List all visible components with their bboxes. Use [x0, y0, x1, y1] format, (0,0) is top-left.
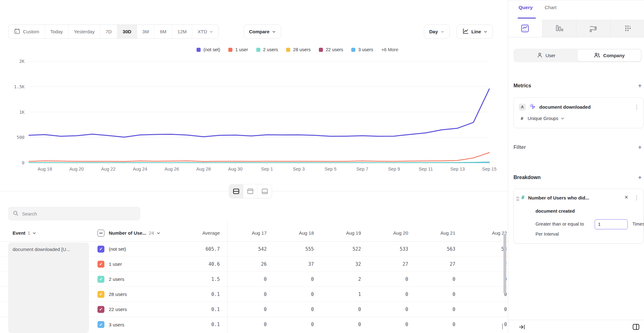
date-range-today[interactable]: Today	[45, 25, 69, 38]
interval-label: Day	[429, 29, 438, 34]
series-checkbox[interactable]: ✓	[97, 291, 104, 298]
condition-suffix: Times	[632, 221, 644, 227]
date-range-6m[interactable]: 6M	[154, 25, 172, 38]
svg-text:Aug 26: Aug 26	[164, 166, 179, 172]
breakdown-menu-icon[interactable]: ⋮	[634, 194, 639, 201]
cell-value: 0	[321, 322, 369, 327]
table-scrollbar[interactable]	[503, 234, 506, 294]
add-metric-button[interactable]: +	[638, 82, 642, 89]
cell-value: 0	[463, 307, 508, 312]
cell-value: 0	[369, 276, 416, 282]
cell-value: 0	[369, 292, 416, 297]
drag-handle-icon[interactable]	[516, 197, 519, 200]
scope-company-button[interactable]: Company	[578, 50, 641, 61]
date-range-yesterday[interactable]: Yesterday	[69, 25, 100, 38]
tab-query[interactable]: Query	[519, 5, 533, 10]
svg-text:Aug 20: Aug 20	[69, 166, 84, 172]
table-row: ✓22 users0.1000000	[0, 302, 508, 317]
tab-chart[interactable]: Chart	[545, 5, 557, 10]
date-range-group: CustomTodayYesterday7D30D3M6M12MXTD	[8, 25, 219, 39]
series-checkbox[interactable]: ✓	[97, 276, 104, 283]
series-checkbox[interactable]: ✓	[97, 246, 104, 253]
cell-value: 0	[227, 292, 274, 297]
event-count: 1	[28, 230, 30, 236]
chart-style-dropdown[interactable]: Line	[457, 25, 493, 39]
panel-footer	[508, 320, 644, 333]
event-click-icon	[529, 103, 536, 111]
series-checkbox[interactable]: ✓	[97, 261, 104, 268]
filter-title: Filter	[514, 145, 526, 150]
close-icon[interactable]: ✕	[624, 194, 628, 200]
chevron-down-icon[interactable]	[157, 231, 160, 235]
layout-toggle-group	[229, 184, 272, 198]
cell-value: 0	[274, 276, 321, 282]
svg-text:Sep 13: Sep 13	[450, 166, 465, 172]
average-value: 0.1	[171, 322, 227, 327]
svg-text:Sep 9: Sep 9	[388, 166, 400, 172]
metrics-section-header: Metrics +	[514, 82, 642, 89]
collapse-panel-icon[interactable]	[519, 324, 525, 332]
condition-value-input[interactable]	[595, 219, 628, 229]
search-icon	[13, 210, 19, 217]
layout-chart-only-button[interactable]	[243, 184, 258, 198]
svg-text:Sep 3: Sep 3	[293, 166, 305, 172]
date-column-headers: Aug 17Aug 18Aug 19Aug 20Aug 21Aug 22	[227, 230, 508, 236]
aggregation-prefix: #	[521, 116, 523, 121]
compare-button[interactable]: Compare	[244, 25, 281, 39]
table-row: ✓3 users0.1000000	[0, 317, 508, 332]
metric-letter-badge: A	[519, 104, 526, 111]
series-label: 28 users	[109, 292, 127, 297]
svg-text:Sep 1: Sep 1	[261, 166, 273, 172]
filter-section-header: Filter +	[514, 144, 642, 150]
date-range-3m[interactable]: 3M	[137, 25, 155, 38]
table-header-row: Event 1 Number of Use... 24 Average Aug …	[0, 225, 508, 242]
search-input[interactable]	[22, 211, 136, 216]
svg-text:Sep 15: Sep 15	[482, 166, 497, 172]
cell-value: 26	[227, 261, 274, 267]
chevron-down-icon[interactable]	[32, 231, 36, 235]
column-separator	[227, 220, 228, 333]
line-chart[interactable]: 05001K1.5K2KAug 18Aug 20Aug 22Aug 24Aug …	[0, 41, 508, 179]
select-all-checkbox[interactable]	[97, 230, 104, 237]
chart-type-flow-button[interactable]	[576, 19, 611, 37]
date-range-30d[interactable]: 30D	[117, 25, 137, 38]
metric-name: document downloaded	[539, 104, 591, 110]
add-breakdown-button[interactable]: +	[638, 174, 642, 181]
search-field[interactable]	[8, 207, 140, 221]
chevron-down-icon	[561, 117, 564, 120]
per-interval-label: Per Interval	[536, 232, 559, 237]
add-filter-button[interactable]: +	[638, 144, 642, 150]
cell-value: 533	[369, 246, 416, 252]
date-range-7d[interactable]: 7D	[100, 25, 117, 38]
toggle-sidebar-icon[interactable]	[632, 323, 640, 332]
chart-type-line-button[interactable]	[508, 19, 542, 37]
breakdown-card[interactable]: # Number of Users who did... ✕ ⋮ documen…	[514, 188, 644, 243]
series-checkbox[interactable]: ✓	[97, 306, 104, 313]
svg-text:500: 500	[17, 135, 25, 140]
interval-dropdown[interactable]: Day	[424, 25, 450, 39]
metric-menu-icon[interactable]: ⋮	[634, 104, 639, 110]
series-label: 2 users	[109, 276, 124, 282]
cell-value: 0	[274, 292, 321, 297]
series-checkbox[interactable]: ✓	[97, 321, 104, 328]
scrollbar-tick	[502, 324, 503, 329]
date-range-custom[interactable]: Custom	[8, 25, 45, 38]
series-label: 1 user	[109, 261, 122, 267]
date-column-header: Aug 21	[416, 230, 463, 236]
layout-table-only-button[interactable]	[258, 184, 272, 198]
breakdown-section-header: Breakdown +	[514, 174, 642, 181]
cell-value: 2	[463, 261, 508, 267]
scope-user-button[interactable]: User	[514, 50, 578, 61]
layout-split-button[interactable]	[229, 184, 243, 198]
cell-value: 555	[274, 246, 321, 252]
scope-toggle: User Company	[514, 49, 642, 62]
date-range-xtd[interactable]: XTD	[192, 25, 219, 38]
metric-card[interactable]: A document downloaded ⋮ # Unique Groups	[514, 97, 644, 128]
chart-type-bar-button[interactable]	[542, 19, 577, 37]
aggregation-dropdown[interactable]: Unique Groups	[528, 116, 564, 121]
date-range-12m[interactable]: 12M	[172, 25, 192, 38]
svg-text:Sep 11: Sep 11	[419, 166, 433, 172]
table-row: ✓28 users0.1001000	[0, 287, 508, 302]
cell-value: 0	[369, 307, 416, 312]
chart-type-matrix-button[interactable]	[611, 19, 644, 37]
